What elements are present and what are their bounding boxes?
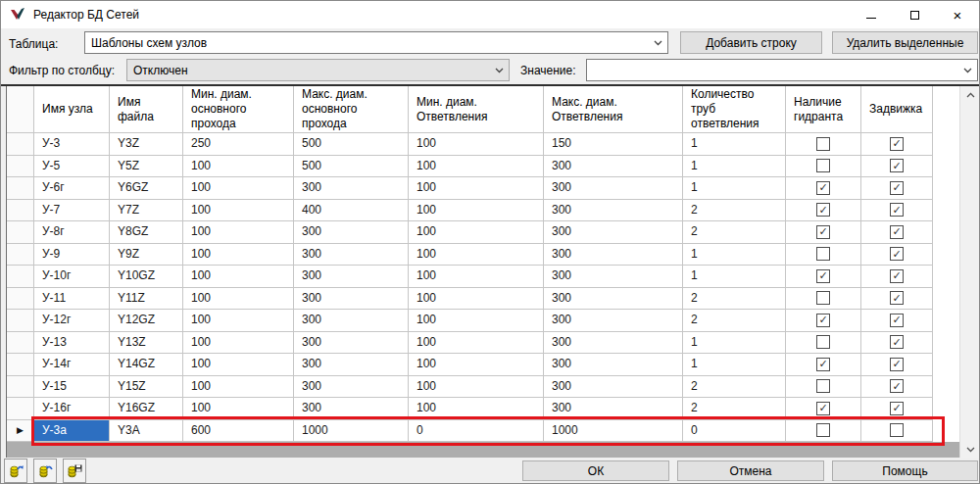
checkbox-unchecked[interactable] [816,159,830,172]
table-cell[interactable]: У-3а [34,420,110,443]
checkbox-checked[interactable]: ✓ [890,379,904,393]
table-cell[interactable]: 1000 [294,420,409,443]
checkbox-unchecked[interactable] [816,137,830,151]
row-selector[interactable] [7,310,34,332]
table-select[interactable]: Шаблоны схем узлов [84,31,668,54]
table-cell[interactable]: 500 [294,133,409,156]
table-cell[interactable]: 100 [409,288,544,311]
table-cell[interactable]: 300 [544,332,683,355]
checkbox-checked[interactable]: ✓ [890,225,904,239]
row-selector[interactable] [7,221,34,244]
table-cell[interactable]: 100 [409,244,544,266]
table-cell[interactable]: 300 [294,244,409,266]
table-cell[interactable]: 100 [409,221,544,244]
table-cell[interactable]: 300 [294,376,409,399]
table-cell[interactable]: 100 [409,332,544,355]
table-cell[interactable]: 300 [544,221,683,244]
table-cell[interactable]: 2 [683,288,786,311]
column-header[interactable]: Имя узла [34,86,110,133]
checkbox-checked[interactable]: ✓ [890,269,904,283]
db-redo-button[interactable] [33,459,57,483]
checkbox-checked[interactable]: ✓ [890,181,904,195]
add-row-button[interactable]: Добавить строку [680,31,822,54]
checkbox-checked[interactable]: ✓ [816,225,830,239]
table-cell[interactable]: Y15Z [110,376,183,399]
table-cell[interactable]: 100 [183,398,294,420]
table-cell[interactable]: 100 [183,288,294,311]
table-cell[interactable]: 600 [183,420,294,443]
row-selector[interactable] [7,332,34,355]
table-cell[interactable]: 300 [544,156,683,178]
table-cell[interactable]: У-10г [34,266,110,288]
table-cell[interactable]: 0 [409,420,544,443]
table-cell[interactable]: У-15 [34,376,110,399]
table-cell[interactable]: 2 [683,310,786,332]
row-selector[interactable] [7,200,34,222]
checkbox-checked[interactable]: ✓ [890,291,904,305]
table-cell[interactable]: 100 [183,177,294,200]
table-cell[interactable]: 1000 [544,420,683,443]
table-cell[interactable]: 300 [294,354,409,376]
table-cell[interactable]: 100 [409,200,544,222]
checkbox-checked[interactable]: ✓ [890,137,904,151]
scroll-up-button[interactable] [960,86,980,103]
table-cell[interactable]: Y14GZ [110,354,183,376]
row-selector[interactable] [7,244,34,266]
checkbox-unchecked[interactable] [816,379,830,393]
table-cell[interactable]: Y10GZ [110,266,183,288]
table-cell[interactable]: 1 [683,244,786,266]
vertical-scrollbar[interactable] [959,86,979,458]
table-cell[interactable]: 100 [409,177,544,200]
table-cell[interactable]: 1 [683,354,786,376]
checkbox-checked[interactable]: ✓ [890,358,904,371]
checkbox-unchecked[interactable] [816,423,830,437]
delete-selected-button[interactable]: Удалить выделенные [832,31,978,54]
table-cell[interactable]: 500 [294,156,409,178]
table-cell[interactable]: 2 [683,376,786,399]
table-cell[interactable]: 300 [294,310,409,332]
value-select[interactable] [586,59,978,81]
checkbox-checked[interactable]: ✓ [816,402,830,415]
ok-button[interactable]: ОК [522,460,669,481]
table-cell[interactable]: У-7 [34,200,110,222]
row-selector[interactable] [7,156,34,178]
checkbox-checked[interactable]: ✓ [816,358,830,371]
table-cell[interactable]: 100 [409,156,544,178]
table-cell[interactable]: 100 [409,310,544,332]
checkbox-checked[interactable]: ✓ [816,314,830,327]
cancel-button[interactable]: Отмена [677,460,824,481]
table-cell[interactable]: У-13 [34,332,110,355]
table-cell[interactable]: 300 [294,398,409,420]
table-cell[interactable]: У-3 [34,133,110,156]
table-cell[interactable]: 100 [183,310,294,332]
table-cell[interactable]: 300 [544,376,683,399]
column-header[interactable]: Имя файла [110,86,183,133]
table-cell[interactable]: У-8г [34,221,110,244]
help-button[interactable]: Помощь [832,460,978,481]
maximize-button[interactable] [893,1,936,28]
row-selector-header[interactable] [7,86,34,133]
table-cell[interactable]: 1 [683,156,786,178]
checkbox-unchecked[interactable] [890,423,904,437]
table-cell[interactable]: 2 [683,398,786,420]
column-header[interactable]: Задвижка [861,86,933,133]
table-cell[interactable]: 300 [544,398,683,420]
table-cell[interactable]: 300 [294,221,409,244]
table-cell[interactable]: 100 [183,244,294,266]
checkbox-checked[interactable]: ✓ [890,247,904,261]
table-cell[interactable]: 100 [409,354,544,376]
row-selector[interactable] [7,376,34,399]
table-cell[interactable]: 100 [183,332,294,355]
row-selector[interactable] [7,266,34,288]
column-header[interactable]: Мин. диам. Ответвления [409,86,544,133]
table-cell[interactable]: 300 [294,288,409,311]
table-cell[interactable]: 400 [294,200,409,222]
row-selector[interactable] [7,133,34,156]
table-cell[interactable]: Y12GZ [110,310,183,332]
table-cell[interactable]: 100 [183,200,294,222]
table-cell[interactable]: 300 [544,177,683,200]
column-header[interactable]: Мин. диам. основного прохода [183,86,294,133]
table-cell[interactable]: 100 [409,398,544,420]
table-cell[interactable]: У-11 [34,288,110,311]
db-save-button[interactable] [63,459,86,483]
